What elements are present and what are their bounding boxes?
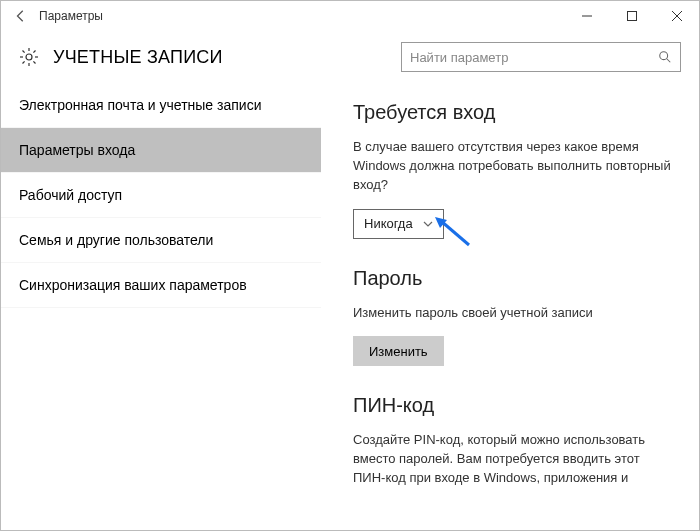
page-header: УЧЕТНЫЕ ЗАПИСИ: [1, 31, 699, 83]
gear-icon: [19, 47, 39, 67]
section-pin: ПИН-код Создайте PIN-код, который можно …: [353, 394, 671, 488]
svg-line-14: [667, 59, 671, 63]
chevron-down-icon: [423, 219, 433, 229]
section-password: Пароль Изменить пароль своей учетной зап…: [353, 267, 671, 367]
section-signin: Требуется вход В случае вашего отсутстви…: [353, 101, 671, 239]
titlebar: Параметры: [1, 1, 699, 31]
window-title: Параметры: [39, 9, 103, 23]
search-box[interactable]: [401, 42, 681, 72]
sidebar-item[interactable]: Параметры входа: [1, 128, 321, 173]
svg-line-11: [33, 51, 35, 53]
section-description: В случае вашего отсутствия через какое в…: [353, 138, 671, 195]
svg-rect-1: [627, 12, 636, 21]
require-signin-dropdown[interactable]: Никогда: [353, 209, 444, 239]
section-heading: Требуется вход: [353, 101, 671, 124]
sidebar-item[interactable]: Электронная почта и учетные записи: [1, 83, 321, 128]
dropdown-value: Никогда: [364, 216, 413, 231]
svg-point-4: [26, 54, 32, 60]
svg-point-13: [660, 52, 668, 60]
section-heading: ПИН-код: [353, 394, 671, 417]
section-description: Создайте PIN-код, который можно использо…: [353, 431, 671, 488]
page-title: УЧЕТНЫЕ ЗАПИСИ: [53, 47, 223, 68]
maximize-button[interactable]: [609, 1, 654, 31]
svg-line-10: [33, 61, 35, 63]
svg-line-9: [23, 51, 25, 53]
back-icon[interactable]: [13, 8, 29, 24]
annotation-arrow-icon: [435, 217, 471, 247]
sidebar-item[interactable]: Семья и другие пользователи: [1, 218, 321, 263]
svg-line-15: [441, 221, 469, 245]
sidebar: Электронная почта и учетные записиПараме…: [1, 83, 321, 531]
close-button[interactable]: [654, 1, 699, 31]
svg-line-12: [23, 61, 25, 63]
search-input[interactable]: [410, 50, 658, 65]
section-description: Изменить пароль своей учетной записи: [353, 304, 671, 323]
minimize-button[interactable]: [564, 1, 609, 31]
search-icon: [658, 50, 672, 64]
content-pane: Требуется вход В случае вашего отсутстви…: [321, 83, 699, 531]
change-password-button[interactable]: Изменить: [353, 336, 444, 366]
sidebar-item[interactable]: Рабочий доступ: [1, 173, 321, 218]
section-heading: Пароль: [353, 267, 671, 290]
sidebar-item[interactable]: Синхронизация ваших параметров: [1, 263, 321, 308]
